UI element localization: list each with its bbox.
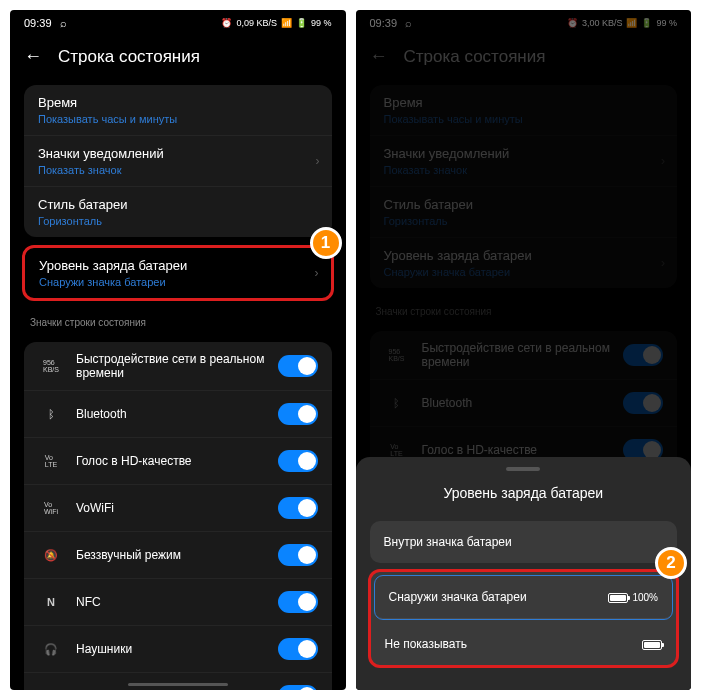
status-time: 09:39: [24, 17, 52, 29]
vowifi-icon: VoWiFi: [38, 495, 64, 521]
phone-right: 09:39 ⌕ ⏰ 3,00 KB/S 📶 🔋 99 % ← Строка со…: [356, 10, 692, 690]
toggle-hd-voice[interactable]: VoLTE Голос в HD-качестве: [24, 438, 332, 485]
toggle-switch[interactable]: [278, 403, 318, 425]
net-speed: 0,09 KB/S: [236, 18, 277, 28]
bluetooth-icon: ᛒ: [38, 401, 64, 427]
toggle-headphones[interactable]: 🎧 Наушники: [24, 626, 332, 673]
settings-card: Время Показывать часы и минуты Значки ув…: [24, 85, 332, 237]
setting-battery-style[interactable]: Стиль батареи Горизонталь: [24, 187, 332, 237]
alarm-icon: ⏰: [38, 683, 64, 690]
toggle-vowifi[interactable]: VoWiFi VoWiFi: [24, 485, 332, 532]
sheet-option-inside[interactable]: Внутри значка батареи: [370, 521, 678, 563]
toggle-alarm[interactable]: ⏰ Будильник: [24, 673, 332, 690]
sheet-title: Уровень заряда батареи: [356, 481, 692, 515]
step-badge-1: 1: [310, 227, 342, 259]
sheet-option-hide[interactable]: Не показывать: [371, 623, 677, 665]
battery-preview: [642, 637, 662, 651]
status-bar: 09:39 ⌕ ⏰ 0,09 KB/S 📶 🔋 99 %: [10, 10, 346, 36]
nfc-icon: N: [38, 589, 64, 615]
toggle-bluetooth[interactable]: ᛒ Bluetooth: [24, 391, 332, 438]
toggle-switch[interactable]: [278, 497, 318, 519]
volte-icon: VoLTE: [38, 448, 64, 474]
setting-time[interactable]: Время Показывать часы и минуты: [24, 85, 332, 136]
bottom-sheet: Уровень заряда батареи Внутри значка бат…: [356, 457, 692, 690]
header: ← Строка состояния: [10, 36, 346, 77]
toggle-switch[interactable]: [278, 638, 318, 660]
chevron-right-icon: ›: [315, 266, 319, 280]
page-title: Строка состояния: [58, 47, 200, 67]
chevron-right-icon: ›: [316, 154, 320, 168]
toggle-net-speed[interactable]: 956KB/S Быстродействие сети в реальном в…: [24, 342, 332, 391]
highlight-battery-level: Уровень заряда батареи Снаружи значка ба…: [22, 245, 334, 301]
section-label: Значки строки состояния: [10, 307, 346, 334]
battery-preview: 100%: [608, 590, 658, 604]
speed-icon: 956KB/S: [38, 353, 64, 379]
setting-notif-icons[interactable]: Значки уведомлений Показать значок ›: [24, 136, 332, 187]
sheet-handle[interactable]: [506, 467, 540, 471]
toggles-card: 956KB/S Быстродействие сети в реальном в…: [24, 342, 332, 690]
toggle-switch[interactable]: [278, 355, 318, 377]
toggle-nfc[interactable]: N NFC: [24, 579, 332, 626]
toggle-switch[interactable]: [278, 544, 318, 566]
phone-left: 09:39 ⌕ ⏰ 0,09 KB/S 📶 🔋 99 % ← Строка со…: [10, 10, 346, 690]
alarm-icon: ⏰: [221, 18, 232, 28]
toggle-switch[interactable]: [278, 591, 318, 613]
setting-battery-level[interactable]: Уровень заряда батареи Снаружи значка ба…: [25, 248, 331, 298]
headphones-icon: 🎧: [38, 636, 64, 662]
toggle-switch[interactable]: [278, 450, 318, 472]
bell-off-icon: 🔕: [38, 542, 64, 568]
sheet-option-outside[interactable]: Снаружи значка батареи 100%: [375, 576, 673, 619]
battery-icon: 🔋: [296, 18, 307, 28]
highlight-sheet-options: Снаружи значка батареи 100% Не показыват…: [368, 569, 680, 668]
search-icon: ⌕: [60, 17, 67, 29]
back-icon[interactable]: ←: [24, 46, 42, 67]
signal-icon: 📶: [281, 18, 292, 28]
toggle-switch[interactable]: [278, 685, 318, 690]
nav-bar: [128, 683, 228, 686]
toggle-silent[interactable]: 🔕 Беззвучный режим: [24, 532, 332, 579]
step-badge-2: 2: [655, 547, 687, 579]
battery-pct: 99 %: [311, 18, 332, 28]
